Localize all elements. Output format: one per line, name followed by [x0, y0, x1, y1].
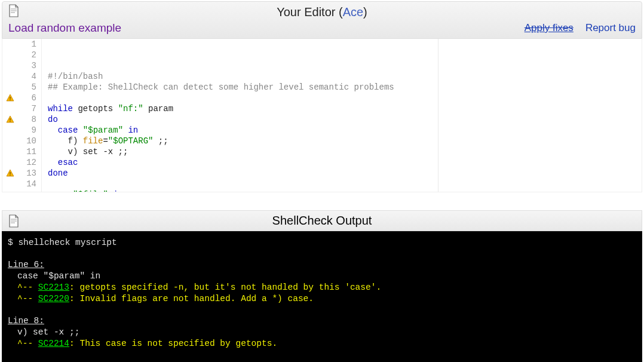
- gutter-line: 6: [5, 93, 36, 103]
- gutter-line: 9: [5, 125, 36, 136]
- svg-rect-5: [10, 118, 10, 121]
- gutter-line: 11: [5, 146, 36, 157]
- code-line[interactable]: [48, 93, 642, 103]
- print-margin: [438, 39, 438, 192]
- load-random-example-link[interactable]: Load random example: [8, 22, 121, 35]
- gutter-line: 8: [5, 114, 36, 125]
- code-line[interactable]: v) set -x ;;: [48, 146, 642, 157]
- document-icon: [8, 4, 19, 17]
- line-link[interactable]: Line 6:: [8, 260, 44, 269]
- shellcheck-code-link[interactable]: SC2213: [38, 283, 69, 292]
- gutter-line: 7: [5, 103, 36, 114]
- terminal-output: $ shellcheck myscriptLine 6: case "$para…: [2, 231, 642, 362]
- svg-rect-8: [10, 175, 10, 176]
- editor-code-area[interactable]: #!/bin/bash## Example: ShellCheck can de…: [42, 39, 642, 192]
- code-line[interactable]: f) file="$OPTARG" ;;: [48, 136, 642, 146]
- gutter-line: 3: [5, 60, 36, 71]
- warning-line: ^-- SC2220: Invalid flags are not handle…: [8, 293, 636, 305]
- gutter-line: 13: [5, 168, 36, 179]
- gutter-line: 14: [5, 179, 36, 189]
- code-editor[interactable]: 1234567891011121314 #!/bin/bash## Exampl…: [2, 39, 642, 192]
- document-icon: [8, 214, 19, 228]
- shell-command: $ shellcheck myscript: [8, 237, 636, 249]
- output-header: ShellCheck Output: [2, 210, 642, 231]
- editor-gutter: 1234567891011121314: [2, 39, 42, 192]
- output-title: ShellCheck Output: [272, 214, 372, 228]
- svg-rect-4: [10, 100, 10, 100]
- code-line[interactable]: case "$param" in: [48, 125, 642, 136]
- code-line[interactable]: [48, 179, 642, 189]
- code-line[interactable]: ## Example: ShellCheck can detect some h…: [48, 82, 642, 93]
- ace-link[interactable]: Ace: [343, 5, 363, 19]
- line-link[interactable]: Line 8:: [8, 316, 44, 326]
- svg-rect-6: [10, 121, 10, 122]
- gutter-line: 4: [5, 71, 36, 82]
- code-line[interactable]: done: [48, 168, 642, 179]
- warning-block: Line 8: v) set -x ;; ^-- SC2214: This ca…: [8, 315, 636, 349]
- gutter-line: 5: [5, 82, 36, 93]
- editor-header: Your Editor (Ace) Load random example Ap…: [2, 1, 642, 39]
- apply-fixes-link[interactable]: Apply fixes: [525, 22, 574, 34]
- svg-rect-3: [10, 97, 10, 99]
- warning-block: Line 6: case "$param" in^-- SC2213: geto…: [8, 259, 636, 305]
- svg-rect-7: [10, 172, 10, 174]
- context-line: v) set -x ;;: [8, 327, 636, 338]
- report-bug-link[interactable]: Report bug: [585, 22, 636, 34]
- gutter-line: 1: [5, 39, 36, 50]
- code-line[interactable]: while getopts "nf:" param: [48, 103, 642, 114]
- code-line[interactable]: esac: [48, 157, 642, 168]
- context-line: case "$param" in: [8, 271, 636, 282]
- gutter-line: 10: [5, 136, 36, 146]
- warning-line: ^-- SC2214: This case is not specified b…: [8, 338, 636, 349]
- code-line[interactable]: case "$file" in: [48, 189, 642, 192]
- code-line[interactable]: #!/bin/bash: [48, 71, 642, 82]
- shellcheck-code-link[interactable]: SC2214: [38, 339, 69, 348]
- gutter-line: 2: [5, 50, 36, 60]
- shellcheck-code-link[interactable]: SC2220: [38, 294, 69, 303]
- editor-title: Your Editor (Ace): [277, 5, 367, 19]
- gutter-line: 12: [5, 157, 36, 168]
- code-line[interactable]: do: [48, 114, 642, 125]
- warning-line: ^-- SC2213: getopts specified -n, but it…: [8, 282, 636, 293]
